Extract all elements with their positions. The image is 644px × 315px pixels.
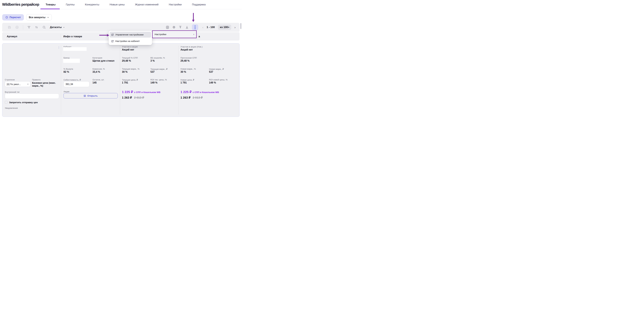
pagination-total-badge: из 100+ xyxy=(218,25,231,30)
internal-tag-label: Внутренний тег xyxy=(5,91,20,93)
new-promo-price-value: 1 225 ₽ xyxy=(180,90,192,94)
new-promo-label: Участие в акции (Нов.) xyxy=(180,46,202,48)
external-link-icon xyxy=(111,33,114,36)
submenu-item-manage-settings[interactable]: Управление настройками xyxy=(110,32,151,37)
current-roi-label: ROI тек. цены, % xyxy=(150,78,167,81)
column-header-artikul: Артикул xyxy=(7,35,17,38)
accounts-label: Все аккаунты xyxy=(29,16,46,19)
forbid-send-checkbox[interactable] xyxy=(5,101,8,104)
cost-label: Себестоимость, ₽ xyxy=(64,78,81,81)
cabinet-value-redacted xyxy=(63,47,87,51)
open-promos-button[interactable]: Открыть xyxy=(64,93,118,98)
column-header-fragment: а xyxy=(198,35,200,38)
strategy-select[interactable]: [0] По умол... xyxy=(5,81,30,87)
current-margin-pct-label: Текущая марж., % xyxy=(122,68,140,70)
download-icon[interactable] xyxy=(185,25,189,29)
new-promo-value: Акций нет xyxy=(180,48,193,51)
current-spp-value: 29,48 % xyxy=(122,59,131,62)
commission-label: Комиссия, % xyxy=(92,68,105,70)
forecast-spp-label: Прогнозная СПП xyxy=(180,57,197,59)
recalc-label: Пересчет xyxy=(10,16,21,19)
new-final-price-value: 1 263 ₽ xyxy=(180,96,190,99)
current-spp-label: Текущий % СПП xyxy=(122,57,138,59)
columns-icon[interactable] xyxy=(166,25,169,29)
promos-label: Акции xyxy=(64,90,69,93)
forbid-send-label: Запретить отправку цен xyxy=(9,101,38,104)
cost-input[interactable] xyxy=(64,81,90,87)
datasets-dropdown[interactable]: Датасеты xyxy=(50,26,65,29)
current-final-price: 1 263 ₽2 013 ₽ xyxy=(122,96,144,99)
tab-tovary[interactable]: Товары xyxy=(46,3,56,6)
current-promo-price-value: 1 225 ₽ xyxy=(122,90,133,94)
upload-icon[interactable] xyxy=(179,25,182,29)
submenu-item-cabinet-settings[interactable]: Настройки на кабинет xyxy=(110,38,151,44)
accounts-dropdown[interactable]: Все аккаунты xyxy=(26,14,52,20)
tab-podderzhka[interactable]: Поддержка xyxy=(192,3,206,6)
current-margin-rub-value: 537 xyxy=(150,70,154,73)
current-final-price-value: 1 263 ₽ xyxy=(122,96,132,99)
new-promo-price-note: с СПП и Кошельком WB xyxy=(193,91,219,93)
tab-zhurnal-izmeneniy[interactable]: Журнал изменений xyxy=(135,3,158,6)
menu-item-settings-label: Настройки xyxy=(154,33,166,36)
current-promo-value: Акций нет xyxy=(122,48,134,51)
current-roi-value: 149 % xyxy=(150,81,158,84)
new-roi-value: 149 % xyxy=(209,81,216,84)
pagination-range: 1 - 100 xyxy=(206,26,215,29)
tab-nastroyki[interactable]: Настройки xyxy=(169,3,182,6)
internal-tag-input[interactable] xyxy=(5,93,59,99)
settings-submenu: Управление настройками Настройки на каби… xyxy=(109,31,152,45)
category-label: Категория xyxy=(92,57,102,59)
datasets-label: Датасеты xyxy=(50,26,62,29)
current-promo-label: Участие в акции xyxy=(122,46,138,48)
recalc-button[interactable]: Пересчет xyxy=(2,14,24,20)
grid-toolbar: Датасеты ⚙ xyxy=(2,23,240,32)
current-margin-rub-label: Текущая марж., ₽ xyxy=(150,68,168,70)
stock-label: Остаток, шт. xyxy=(92,78,104,81)
app-window: Wildberries репрайсер Товары Группы Конк… xyxy=(0,0,242,118)
stock-value: 145 xyxy=(92,81,97,84)
row-drag-handle[interactable]: ⋮ xyxy=(58,46,60,49)
new-final-price: 1 263 ₽2 013 ₽ xyxy=(180,96,203,99)
sort-icon[interactable] xyxy=(35,25,38,29)
wallet-value: 3 % xyxy=(150,59,155,62)
open-promos-label: Открыть xyxy=(87,94,98,97)
filter-icon[interactable] xyxy=(27,25,31,29)
tab-novye-tseny[interactable]: Новые цены xyxy=(110,3,125,6)
strategy-label: Стратегия xyxy=(5,78,15,81)
save-icon[interactable] xyxy=(8,25,11,29)
new-price-label: Новая цена, ₽ xyxy=(180,78,194,81)
current-margin-pct-value: 30 % xyxy=(122,70,128,73)
buyout-value: 82 % xyxy=(64,70,69,73)
chevron-down-icon xyxy=(27,83,29,85)
commission-value: 33,4 % xyxy=(92,70,100,73)
current-price-label: Текущая цена, ₽ xyxy=(122,78,138,81)
current-promo-price-note: с СПП и Кошельком WB xyxy=(134,91,160,93)
new-old-price: 2 013 ₽ xyxy=(193,96,203,99)
cancel-circle-icon[interactable] xyxy=(15,25,19,29)
new-price-value: 1 791 xyxy=(180,81,187,84)
kebab-menu-button[interactable] xyxy=(192,24,198,30)
search-icon[interactable] xyxy=(42,25,46,29)
scrollbar-thumb[interactable] xyxy=(240,23,242,29)
new-roi-label: ROI новой цены, % xyxy=(209,78,228,81)
pagination-next[interactable]: › xyxy=(234,25,236,29)
gear-icon[interactable]: ⚙ xyxy=(172,25,176,29)
toolbar-left-group: Датасеты xyxy=(8,23,65,32)
new-margin-pct-value: 30 % xyxy=(180,70,186,73)
submenu-item-label: Настройки на кабинет xyxy=(115,40,140,42)
new-margin-rub-value: 537 xyxy=(209,70,213,73)
notifications-label: Уведомления xyxy=(5,107,18,109)
strategy-value: [0] По умол... xyxy=(7,83,21,85)
column-header-info: Инфо о товаре xyxy=(63,35,82,38)
tab-gruppy[interactable]: Группы xyxy=(66,3,74,6)
grid-table-icon xyxy=(84,95,86,97)
category-value: Щетки для стекол xyxy=(92,59,114,62)
tab-konkurenty[interactable]: Конкуренты xyxy=(85,3,99,6)
pagination-prev[interactable]: ‹ xyxy=(202,25,204,29)
external-link-icon xyxy=(111,40,114,42)
buyout-label: % Выкупа xyxy=(64,68,73,70)
column-divider xyxy=(61,34,61,39)
menu-item-settings[interactable]: Настройки › xyxy=(152,31,196,38)
card-column-divider xyxy=(178,46,179,114)
main-nav: Товары Группы Конкуренты Новые цены Журн… xyxy=(46,0,206,9)
